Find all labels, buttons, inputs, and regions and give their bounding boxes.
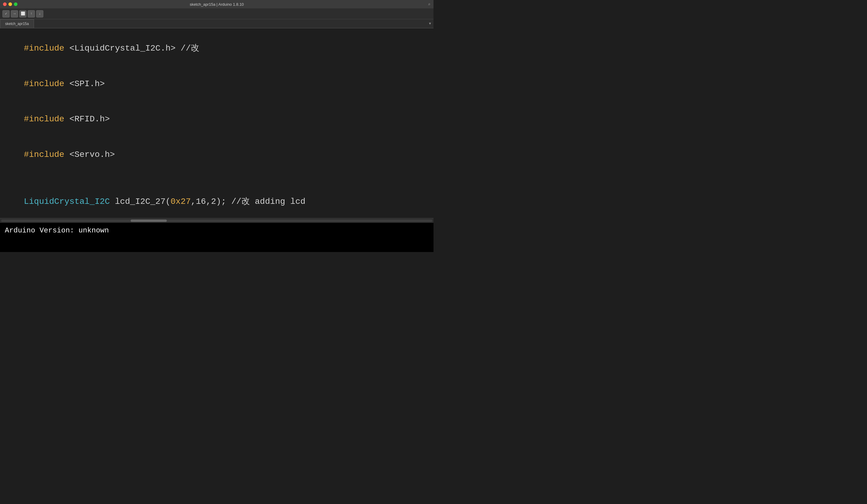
scrollbar-thumb[interactable] — [131, 219, 167, 222]
tab-bar: sketch_apr15a ▼ — [0, 19, 434, 28]
scrollbar-track — [1, 219, 432, 222]
close-button[interactable] — [3, 2, 7, 6]
preprocessor-keyword: #include — [24, 44, 64, 53]
code-line-1: #include <LiquidCrystal_I2C.h> //改 — [3, 31, 430, 66]
tab-dropdown-icon[interactable]: ▼ — [429, 22, 431, 26]
tab-sketch[interactable]: sketch_apr15a — [0, 19, 34, 28]
horizontal-scrollbar[interactable] — [0, 218, 434, 223]
window-title: sketch_apr15a | Arduino 1.8.10 — [190, 2, 244, 7]
maximize-button[interactable] — [14, 2, 18, 6]
new-button[interactable]: ⬜ — [19, 10, 26, 18]
save-button[interactable]: ↓ — [36, 10, 43, 18]
preprocessor-keyword: #include — [24, 79, 64, 88]
console-output: Arduino Version: unknown — [5, 226, 429, 235]
preprocessor-keyword: #include — [24, 115, 64, 124]
code-line-4: #include <Servo.h> — [3, 137, 430, 172]
preprocessor-keyword: #include — [24, 150, 64, 159]
code-line-2: #include <SPI.h> — [3, 66, 430, 102]
upload-button[interactable]: → — [11, 10, 18, 18]
verify-button[interactable]: ✓ — [2, 10, 10, 18]
empty-line-1 — [3, 172, 430, 184]
minimize-button[interactable] — [8, 2, 12, 6]
title-bar: sketch_apr15a | Arduino 1.8.10 ⌕ — [0, 0, 434, 9]
search-icon[interactable]: ⌕ — [428, 2, 430, 7]
code-line-5: LiquidCrystal_I2C lcd_I2C_27(0x27,16,2);… — [3, 184, 430, 218]
code-editor[interactable]: #include <LiquidCrystal_I2C.h> //改 #incl… — [0, 28, 434, 218]
code-line-3: #include <RFID.h> — [3, 101, 430, 137]
toolbar: ✓ → ⬜ ↑ ↓ — [0, 9, 434, 19]
window-controls — [3, 2, 18, 6]
open-button[interactable]: ↑ — [28, 10, 35, 18]
console-area: Arduino Version: unknown — [0, 223, 434, 252]
